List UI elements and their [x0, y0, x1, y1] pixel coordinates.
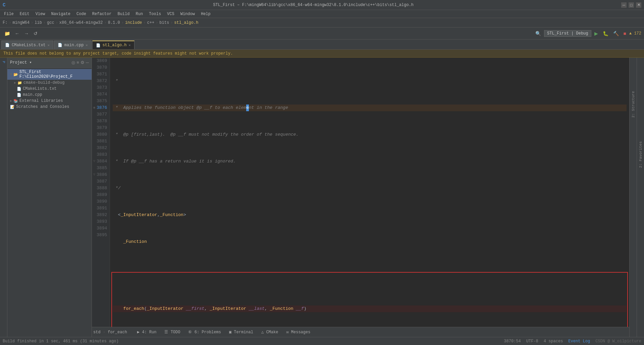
project-icon[interactable]: P	[1, 59, 7, 65]
toolbar-project-btn[interactable]: 📁	[3, 30, 12, 37]
bottom-tab-problems[interactable]: ⑥ 6: Problems	[185, 328, 224, 336]
bottom-breadcrumb: std › for_each	[93, 330, 127, 335]
breadcrumb-item[interactable]: lib	[35, 20, 42, 25]
toolbar-search-btn[interactable]: 🔍	[534, 30, 543, 37]
tree-item-external[interactable]: ▶ 📚 External Libraries	[7, 98, 92, 104]
title-bar: C STL_First – F:\mingW64\lib\gcc\x86_64-…	[0, 0, 644, 10]
tab-cmakelists[interactable]: 📄 CMakeLists.txt ✕	[1, 41, 53, 49]
tab-maincpp[interactable]: 📄 main.cpp ✕	[54, 41, 92, 49]
menu-bar: File Edit View Navigate Code Refactor Bu…	[0, 10, 644, 18]
run-config-dropdown[interactable]: STL_First | Debug	[544, 30, 591, 37]
breadcrumb-item[interactable]: 8.1.0	[108, 20, 120, 25]
fold-arrow[interactable]: ▽	[93, 171, 95, 178]
code-container[interactable]: 3869 3870 3871 3872 3873 3874 3875 ◉ 387…	[92, 58, 629, 327]
line-num: 3875	[93, 98, 107, 105]
toolbar-stop-btn[interactable]: ■	[622, 30, 628, 37]
tree-item-cmakelists[interactable]: 📄 CMakeLists.txt	[7, 86, 92, 92]
cursor-position[interactable]: 3870:54	[504, 339, 521, 344]
toolbar-debug-btn[interactable]: 🐛	[601, 30, 610, 37]
project-panel-actions: ◎ ≡ ⚙ ─	[71, 60, 89, 65]
breadcrumb-item[interactable]: mingW64	[13, 20, 30, 25]
title-bar-left: C	[3, 2, 5, 8]
code-content[interactable]: * * Applies the function object @p __f t…	[110, 58, 629, 327]
line-num: 3880	[93, 131, 107, 138]
tab-close-stl[interactable]: ✕	[129, 43, 131, 47]
breadcrumb-item[interactable]: c++	[147, 20, 155, 25]
fold-arrow[interactable]: ▽	[93, 158, 95, 165]
breadcrumb-item[interactable]: gcc	[47, 20, 54, 25]
line-num: 3881	[93, 138, 107, 145]
favorites-label[interactable]: 2: Favorites	[639, 141, 643, 168]
breadcrumb-file[interactable]: stl_algo.h	[174, 20, 198, 25]
maincpp-icon: 📄	[17, 93, 21, 97]
line-num: ▽ 3886	[93, 171, 107, 178]
line-num: 3871	[93, 71, 107, 78]
bottom-tab-todo[interactable]: ☰ TODO	[161, 328, 183, 336]
menu-tools[interactable]: Tools	[146, 11, 164, 17]
tree-item-scratches[interactable]: 📝 Scratches and Consoles	[7, 104, 92, 110]
tree-item-maincpp[interactable]: 📄 main.cpp	[7, 92, 92, 98]
breadcrumb-std[interactable]: std	[93, 330, 101, 335]
line-num: 3894	[93, 225, 107, 232]
toolbar-build-btn[interactable]: 🔨	[611, 30, 621, 37]
toolbar: 📁 ← → ↺ 🔍 STL_First | Debug ▶ 🐛 🔨 ■ ▲ 17…	[0, 27, 644, 40]
toolbar-refresh-btn[interactable]: ↺	[32, 30, 39, 37]
warning-count: ▲ 172	[629, 31, 641, 36]
tab-stlalgo[interactable]: 📄 stl_algo.h ✕	[92, 41, 135, 49]
bottom-tab-run[interactable]: ▶ 4: Run	[134, 328, 160, 336]
indent-setting[interactable]: 4 spaces	[544, 339, 563, 344]
close-button[interactable]: ✕	[636, 2, 641, 8]
panel-close-btn[interactable]: ─	[86, 60, 89, 65]
fold-arrow[interactable]: ◉	[93, 105, 95, 111]
menu-view[interactable]: View	[33, 11, 48, 17]
panel-collapse-btn[interactable]: ≡	[76, 60, 79, 65]
menu-run[interactable]: Run	[133, 11, 146, 17]
breadcrumb-item[interactable]: x86_64-w64-mingw32	[59, 20, 103, 25]
menu-edit[interactable]: Edit	[17, 11, 32, 17]
event-log[interactable]: Event Log	[568, 339, 590, 344]
structure-label[interactable]: 2: Structure	[631, 91, 635, 118]
line-num: 3869	[93, 58, 107, 64]
panel-locate-btn[interactable]: ◎	[71, 60, 75, 65]
tree-item-cmake-build[interactable]: ▶ 📁 cmake-build-debug	[7, 80, 92, 86]
menu-help[interactable]: Help	[198, 11, 213, 17]
line-num: 3895	[93, 232, 107, 238]
code-line-3874: <_InputIterator,_Function>	[113, 212, 627, 218]
favorites-panel: 2: Favorites	[637, 58, 644, 337]
tree-item-stlfirst[interactable]: ▼ 📂 STL_First F:\Clion2020\Project_F	[7, 69, 92, 80]
encoding[interactable]: UTF-8	[526, 339, 538, 344]
menu-window[interactable]: Window	[178, 11, 198, 17]
bottom-tab-cmake[interactable]: △ CMake	[258, 328, 281, 336]
toolbar-forward-btn[interactable]: →	[22, 30, 31, 37]
line-num: ◉ 3876	[93, 105, 107, 111]
menu-code[interactable]: Code	[74, 11, 89, 17]
bottom-tab-messages[interactable]: ✉ Messages	[283, 328, 314, 336]
menu-vcs[interactable]: VCS	[164, 11, 177, 17]
menu-navigate[interactable]: Navigate	[48, 11, 73, 17]
panel-settings-btn[interactable]: ⚙	[80, 60, 85, 65]
line-num: ▽ 3884	[93, 158, 107, 165]
breadcrumb-item[interactable]: bits	[159, 20, 169, 25]
line-num: 3892	[93, 212, 107, 218]
tab-close-cmake[interactable]: ✕	[48, 43, 50, 47]
status-right: 3870:54 UTF-8 4 spaces Event Log CSDN @ …	[504, 339, 641, 344]
red-box-container: for_each(_InputIterator __first, _InputI…	[113, 272, 627, 327]
breadcrumb-foreach[interactable]: for_each	[108, 330, 127, 335]
breadcrumb-item[interactable]: F:	[3, 20, 7, 25]
breadcrumb-include[interactable]: include	[125, 20, 142, 25]
bottom-tab-terminal[interactable]: ▣ Terminal	[226, 328, 257, 336]
structure-panel: 2: Structure	[629, 58, 637, 337]
toolbar-run-btn[interactable]: ▶	[593, 30, 600, 37]
menu-file[interactable]: File	[1, 11, 16, 17]
menu-refactor[interactable]: Refactor	[90, 11, 114, 17]
menu-build[interactable]: Build	[115, 11, 132, 17]
minimize-button[interactable]: ─	[621, 2, 627, 8]
breadcrumb-bar: F: › mingW64 › lib › gcc › x86_64-w64-mi…	[0, 18, 644, 27]
line-num: 3893	[93, 218, 107, 225]
title-bar-controls: ─ □ ✕	[621, 2, 641, 8]
project-panel-title: Project ▾	[10, 60, 32, 65]
toolbar-back-btn[interactable]: ←	[13, 30, 21, 37]
maximize-button[interactable]: □	[629, 2, 634, 8]
left-icon-strip: P	[0, 58, 7, 337]
tab-close-main[interactable]: ✕	[86, 43, 88, 47]
